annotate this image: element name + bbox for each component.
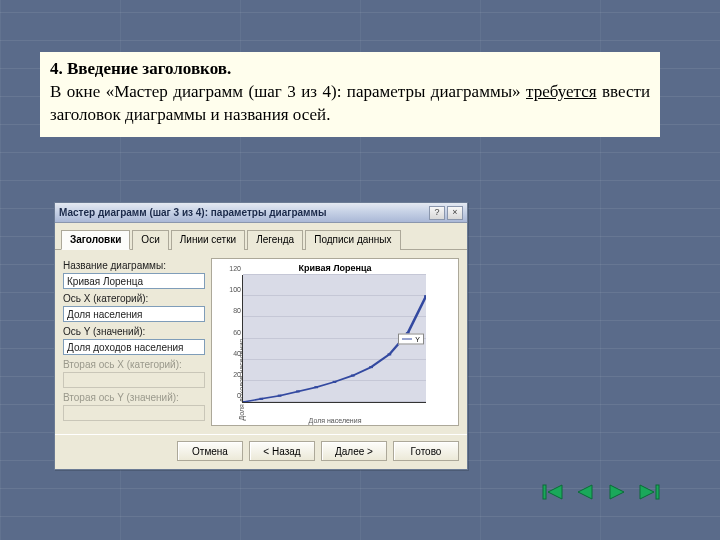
svg-rect-4 (314, 386, 318, 388)
input-axis-x[interactable]: Доля населения (63, 306, 205, 322)
titles-form: Название диаграммы: Кривая Лоренца Ось X… (63, 258, 205, 426)
tab-datalabels[interactable]: Подписи данных (305, 230, 400, 250)
label-axis-y2: Вторая ось Y (значений): (63, 392, 205, 403)
svg-rect-2 (278, 395, 282, 397)
chart-legend: Y (398, 334, 424, 345)
instruction-text-block: 4. Введение заголовков. В окне «Мастер д… (40, 52, 660, 137)
tab-axes[interactable]: Оси (132, 230, 168, 250)
tab-gridlines[interactable]: Линии сетки (171, 230, 245, 250)
label-axis-y: Ось Y (значений): (63, 326, 205, 337)
input-axis-y[interactable]: Доля доходов населения (63, 339, 205, 355)
svg-marker-13 (578, 485, 592, 499)
svg-marker-12 (548, 485, 562, 499)
nav-prev-button[interactable] (570, 480, 600, 504)
svg-rect-11 (543, 485, 546, 499)
wizard-tabs: Заголовки Оси Линии сетки Легенда Подпис… (55, 223, 467, 250)
next-button[interactable]: Далее > (321, 441, 387, 461)
input-axis-y2 (63, 405, 205, 421)
label-axis-x2: Вторая ось X (категорий): (63, 359, 205, 370)
svg-rect-3 (296, 390, 300, 392)
legend-label: Y (415, 336, 420, 343)
svg-rect-10 (424, 295, 426, 297)
wizard-button-row: Отмена < Назад Далее > Готово (55, 434, 467, 469)
cancel-button[interactable]: Отмена (177, 441, 243, 461)
input-chart-title[interactable]: Кривая Лоренца (63, 273, 205, 289)
finish-button[interactable]: Готово (393, 441, 459, 461)
legend-swatch (402, 339, 412, 340)
preview-xlabel: Доля населения (216, 417, 454, 424)
help-button[interactable]: ? (429, 206, 445, 220)
label-chart-title: Название диаграммы: (63, 260, 205, 271)
instruction-sentence: В окне «Мастер диаграмм (шаг 3 из 4): па… (50, 81, 650, 127)
back-button[interactable]: < Назад (249, 441, 315, 461)
svg-rect-16 (656, 485, 659, 499)
wizard-title: Мастер диаграмм (шаг 3 из 4): параметры … (59, 207, 326, 218)
svg-marker-14 (610, 485, 624, 499)
nav-first-button[interactable] (538, 480, 568, 504)
plot-area-wrapper: Доля доходов населения 0 20 40 60 80 100… (242, 275, 426, 403)
svg-rect-7 (369, 366, 373, 368)
wizard-titlebar: Мастер диаграмм (шаг 3 из 4): параметры … (55, 203, 467, 223)
svg-rect-5 (333, 381, 337, 383)
nav-last-button[interactable] (634, 480, 664, 504)
close-icon: × (452, 208, 457, 217)
instruction-heading: 4. Введение заголовков. (50, 58, 650, 81)
close-button[interactable]: × (447, 206, 463, 220)
slide-nav-buttons (538, 480, 664, 504)
svg-rect-6 (351, 374, 355, 376)
wizard-body: Название диаграммы: Кривая Лоренца Ось X… (55, 250, 467, 434)
titlebar-buttons: ? × (429, 206, 463, 220)
label-axis-x: Ось X (категорий): (63, 293, 205, 304)
nav-next-button[interactable] (602, 480, 632, 504)
svg-rect-1 (259, 398, 263, 400)
chart-preview: Кривая Лоренца Доля доходов населения 0 … (211, 258, 459, 426)
svg-marker-15 (640, 485, 654, 499)
chart-wizard-dialog: Мастер диаграмм (шаг 3 из 4): параметры … (54, 202, 468, 470)
svg-rect-8 (388, 353, 392, 355)
tab-legend[interactable]: Легенда (247, 230, 303, 250)
preview-chart-title: Кривая Лоренца (216, 263, 454, 273)
svg-rect-0 (243, 401, 245, 402)
help-icon: ? (434, 208, 439, 217)
tab-titles[interactable]: Заголовки (61, 230, 130, 250)
input-axis-x2 (63, 372, 205, 388)
